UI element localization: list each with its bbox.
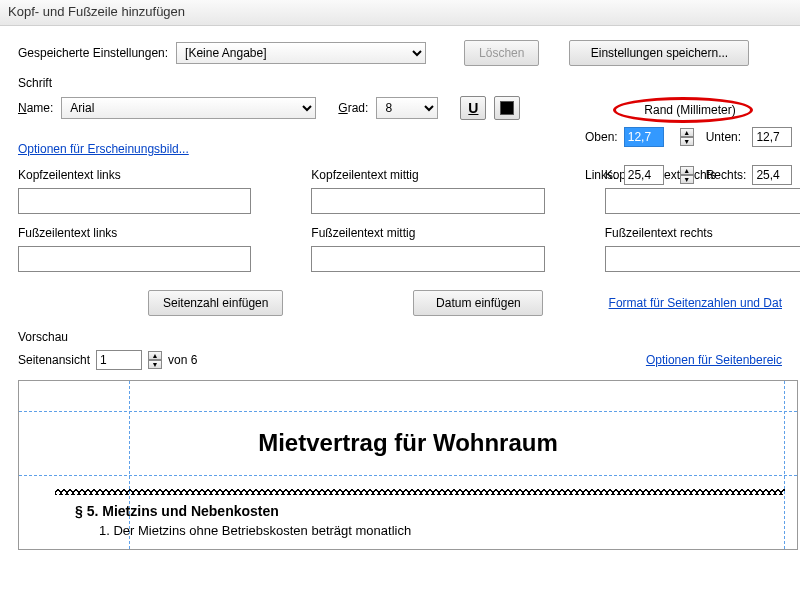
header-right-input[interactable]	[605, 188, 800, 214]
chevron-up-icon: ▲	[680, 128, 694, 137]
preview-pane: Mietvertrag für Wohnraum § 5. Mietzins u…	[18, 380, 798, 550]
delete-button[interactable]: Löschen	[464, 40, 539, 66]
saved-settings-select[interactable]: [Keine Angabe]	[176, 42, 426, 64]
chevron-down-icon: ▼	[680, 175, 694, 184]
document-separator	[55, 489, 785, 495]
chevron-up-icon: ▲	[148, 351, 162, 360]
margin-group-label: Rand (Millimeter)	[644, 103, 735, 117]
header-left-input[interactable]	[18, 188, 251, 214]
insert-date-button[interactable]: Datum einfügen	[413, 290, 543, 316]
font-size-label: Grad:	[338, 101, 368, 115]
color-swatch-icon	[500, 101, 514, 115]
header-center-label: Kopfzeilentext mittig	[311, 168, 544, 182]
header-left-label: Kopfzeilentext links	[18, 168, 251, 182]
page-view-input[interactable]	[96, 350, 142, 370]
footer-center-label: Fußzeilentext mittig	[311, 226, 544, 240]
page-range-options-link[interactable]: Optionen für Seitenbereic	[646, 353, 782, 367]
margin-right-input[interactable]	[752, 165, 792, 185]
font-color-button[interactable]	[494, 96, 520, 120]
window-title: Kopf- und Fußzeile hinzufügen	[8, 4, 185, 19]
underline-icon: U	[468, 100, 478, 116]
page-total-label: von 6	[168, 353, 197, 367]
margin-bottom-input[interactable]	[752, 127, 792, 147]
page-view-spinner[interactable]: ▲▼	[148, 351, 162, 369]
font-name-select[interactable]: Arial	[61, 97, 316, 119]
footer-center-input[interactable]	[311, 246, 544, 272]
margin-right-label: Rechts:	[706, 168, 747, 182]
margin-left-label: Links:	[585, 168, 618, 182]
header-center-input[interactable]	[311, 188, 544, 214]
margin-left-spinner[interactable]: ▲▼	[680, 166, 696, 184]
appearance-options-link[interactable]: Optionen für Erscheinungsbild...	[18, 142, 189, 156]
window-titlebar: Kopf- und Fußzeile hinzufügen	[0, 0, 800, 26]
footer-left-input[interactable]	[18, 246, 251, 272]
margin-group: Rand (Millimeter) Oben: ▲▼ Unten: Links:…	[580, 98, 800, 190]
save-settings-button[interactable]: Einstellungen speichern...	[569, 40, 749, 66]
font-name-label: ame:	[27, 101, 54, 115]
margin-left-input[interactable]	[624, 165, 664, 185]
footer-right-label: Fußzeilentext rechts	[605, 226, 800, 240]
font-size-select[interactable]: 8	[376, 97, 438, 119]
font-group-label: Schrift	[18, 76, 782, 90]
chevron-up-icon: ▲	[680, 166, 694, 175]
underline-button[interactable]: U	[460, 96, 486, 120]
page-view-label: Seitenansicht	[18, 353, 90, 367]
margin-top-input[interactable]	[624, 127, 664, 147]
document-title: Mietvertrag für Wohnraum	[258, 429, 558, 457]
chevron-down-icon: ▼	[680, 137, 694, 146]
insert-page-number-button[interactable]: Seitenzahl einfügen	[148, 290, 283, 316]
footer-left-label: Fußzeilentext links	[18, 226, 251, 240]
preview-group-label: Vorschau	[18, 330, 782, 344]
page-number-format-link[interactable]: Format für Seitenzahlen und Dat	[609, 296, 782, 310]
document-section: § 5. Mietzins und Nebenkosten	[75, 503, 279, 519]
margin-top-spinner[interactable]: ▲▼	[680, 128, 696, 146]
margin-top-label: Oben:	[585, 130, 618, 144]
footer-right-input[interactable]	[605, 246, 800, 272]
document-item: 1. Der Mietzins ohne Betriebskosten betr…	[99, 523, 411, 538]
saved-settings-label: Gespeicherte Einstellungen:	[18, 46, 168, 60]
chevron-down-icon: ▼	[148, 360, 162, 369]
margin-bottom-label: Unten:	[706, 130, 747, 144]
